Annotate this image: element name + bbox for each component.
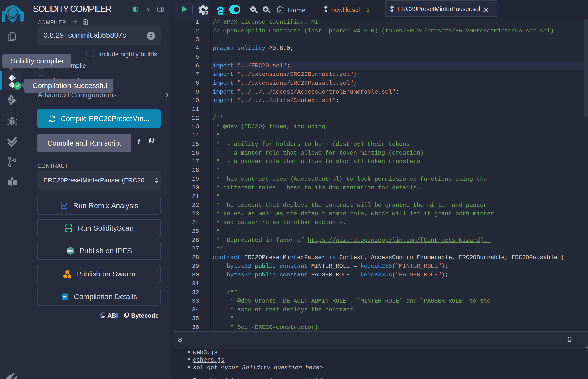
svg-text:IPFS: IPFS — [67, 250, 74, 253]
